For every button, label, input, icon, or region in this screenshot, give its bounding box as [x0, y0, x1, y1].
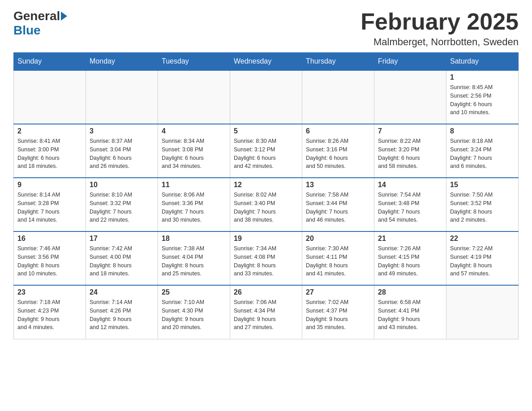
calendar-cell: [302, 70, 374, 124]
day-number: 20: [306, 235, 370, 243]
weekday-header-monday: Monday: [86, 53, 158, 71]
week-row-1: 1Sunrise: 8:45 AM Sunset: 2:56 PM Daylig…: [14, 70, 519, 124]
calendar-cell: [86, 70, 158, 124]
day-info: Sunrise: 7:38 AM Sunset: 4:04 PM Dayligh…: [162, 244, 226, 278]
calendar-cell: 16Sunrise: 7:46 AM Sunset: 3:56 PM Dayli…: [14, 231, 86, 285]
weekday-header-thursday: Thursday: [302, 53, 374, 71]
day-number: 23: [17, 288, 82, 296]
calendar-cell: 24Sunrise: 7:14 AM Sunset: 4:26 PM Dayli…: [86, 285, 158, 339]
week-row-3: 9Sunrise: 8:14 AM Sunset: 3:28 PM Daylig…: [14, 178, 519, 231]
day-number: 27: [306, 288, 370, 296]
day-info: Sunrise: 8:34 AM Sunset: 3:08 PM Dayligh…: [162, 137, 226, 171]
calendar-cell: 18Sunrise: 7:38 AM Sunset: 4:04 PM Dayli…: [158, 231, 230, 285]
day-number: 19: [234, 235, 298, 243]
day-number: 10: [90, 181, 154, 189]
day-info: Sunrise: 8:37 AM Sunset: 3:04 PM Dayligh…: [90, 137, 154, 171]
calendar-cell: 26Sunrise: 7:06 AM Sunset: 4:34 PM Dayli…: [230, 285, 302, 339]
logo-general-text: General: [13, 9, 60, 23]
day-number: 28: [378, 288, 442, 296]
day-info: Sunrise: 7:50 AM Sunset: 3:52 PM Dayligh…: [450, 191, 515, 224]
calendar-cell: 4Sunrise: 8:34 AM Sunset: 3:08 PM Daylig…: [158, 124, 230, 178]
day-number: 24: [90, 288, 154, 296]
day-info: Sunrise: 7:14 AM Sunset: 4:26 PM Dayligh…: [90, 298, 154, 332]
weekday-header-wednesday: Wednesday: [230, 53, 302, 71]
day-info: Sunrise: 7:26 AM Sunset: 4:15 PM Dayligh…: [378, 244, 442, 278]
calendar-cell: 23Sunrise: 7:18 AM Sunset: 4:23 PM Dayli…: [14, 285, 86, 339]
day-number: 7: [378, 127, 442, 135]
day-info: Sunrise: 7:58 AM Sunset: 3:44 PM Dayligh…: [306, 191, 370, 224]
day-number: 21: [378, 235, 442, 243]
day-info: Sunrise: 8:02 AM Sunset: 3:40 PM Dayligh…: [234, 191, 298, 224]
calendar-cell: 5Sunrise: 8:30 AM Sunset: 3:12 PM Daylig…: [230, 124, 302, 178]
day-number: 2: [17, 127, 82, 135]
calendar-cell: [374, 70, 446, 124]
calendar-cell: 13Sunrise: 7:58 AM Sunset: 3:44 PM Dayli…: [302, 178, 374, 231]
day-info: Sunrise: 8:18 AM Sunset: 3:24 PM Dayligh…: [450, 137, 515, 171]
day-info: Sunrise: 7:30 AM Sunset: 4:11 PM Dayligh…: [306, 244, 370, 278]
day-info: Sunrise: 8:41 AM Sunset: 3:00 PM Dayligh…: [17, 137, 82, 171]
page-header: General Blue February 2025 Malmberget, N…: [13, 9, 519, 48]
calendar-cell: 8Sunrise: 8:18 AM Sunset: 3:24 PM Daylig…: [446, 124, 519, 178]
day-info: Sunrise: 7:34 AM Sunset: 4:08 PM Dayligh…: [234, 244, 298, 278]
weekday-header-friday: Friday: [374, 53, 446, 71]
calendar-cell: 25Sunrise: 7:10 AM Sunset: 4:30 PM Dayli…: [158, 285, 230, 339]
day-number: 13: [306, 181, 370, 189]
weekday-header-tuesday: Tuesday: [158, 53, 230, 71]
calendar-cell: 17Sunrise: 7:42 AM Sunset: 4:00 PM Dayli…: [86, 231, 158, 285]
calendar-cell: 14Sunrise: 7:54 AM Sunset: 3:48 PM Dayli…: [374, 178, 446, 231]
month-title: February 2025: [360, 9, 519, 34]
day-number: 12: [234, 181, 298, 189]
logo-blue-text: Blue: [13, 23, 41, 37]
calendar-cell: 11Sunrise: 8:06 AM Sunset: 3:36 PM Dayli…: [158, 178, 230, 231]
day-info: Sunrise: 7:06 AM Sunset: 4:34 PM Dayligh…: [234, 298, 298, 332]
calendar-cell: 12Sunrise: 8:02 AM Sunset: 3:40 PM Dayli…: [230, 178, 302, 231]
day-number: 22: [450, 235, 515, 243]
week-row-5: 23Sunrise: 7:18 AM Sunset: 4:23 PM Dayli…: [14, 285, 519, 339]
location-subtitle: Malmberget, Norrbotten, Sweden: [360, 36, 519, 48]
day-number: 9: [17, 181, 82, 189]
day-info: Sunrise: 8:06 AM Sunset: 3:36 PM Dayligh…: [162, 191, 226, 224]
title-area: February 2025 Malmberget, Norrbotten, Sw…: [360, 9, 519, 48]
calendar-cell: 19Sunrise: 7:34 AM Sunset: 4:08 PM Dayli…: [230, 231, 302, 285]
logo: General Blue: [13, 9, 68, 38]
day-info: Sunrise: 7:02 AM Sunset: 4:37 PM Dayligh…: [306, 298, 370, 332]
calendar-cell: 9Sunrise: 8:14 AM Sunset: 3:28 PM Daylig…: [14, 178, 86, 231]
calendar-cell: 7Sunrise: 8:22 AM Sunset: 3:20 PM Daylig…: [374, 124, 446, 178]
calendar-cell: 1Sunrise: 8:45 AM Sunset: 2:56 PM Daylig…: [446, 70, 519, 124]
logo-arrow-icon: [61, 12, 67, 21]
calendar-table: SundayMondayTuesdayWednesdayThursdayFrid…: [13, 52, 519, 339]
calendar-cell: 6Sunrise: 8:26 AM Sunset: 3:16 PM Daylig…: [302, 124, 374, 178]
day-info: Sunrise: 8:14 AM Sunset: 3:28 PM Dayligh…: [17, 191, 82, 224]
calendar-cell: 10Sunrise: 8:10 AM Sunset: 3:32 PM Dayli…: [86, 178, 158, 231]
day-number: 3: [90, 127, 154, 135]
day-info: Sunrise: 7:10 AM Sunset: 4:30 PM Dayligh…: [162, 298, 226, 332]
day-number: 26: [234, 288, 298, 296]
calendar-cell: [230, 70, 302, 124]
day-info: Sunrise: 7:18 AM Sunset: 4:23 PM Dayligh…: [17, 298, 82, 332]
weekday-header-sunday: Sunday: [14, 53, 86, 71]
day-info: Sunrise: 7:46 AM Sunset: 3:56 PM Dayligh…: [17, 244, 82, 278]
day-number: 25: [162, 288, 226, 296]
calendar-cell: 3Sunrise: 8:37 AM Sunset: 3:04 PM Daylig…: [86, 124, 158, 178]
day-number: 17: [90, 235, 154, 243]
calendar-cell: 28Sunrise: 6:58 AM Sunset: 4:41 PM Dayli…: [374, 285, 446, 339]
day-info: Sunrise: 6:58 AM Sunset: 4:41 PM Dayligh…: [378, 298, 442, 332]
day-info: Sunrise: 8:45 AM Sunset: 2:56 PM Dayligh…: [450, 83, 515, 117]
day-info: Sunrise: 8:22 AM Sunset: 3:20 PM Dayligh…: [378, 137, 442, 171]
week-row-4: 16Sunrise: 7:46 AM Sunset: 3:56 PM Dayli…: [14, 231, 519, 285]
calendar-cell: 27Sunrise: 7:02 AM Sunset: 4:37 PM Dayli…: [302, 285, 374, 339]
calendar-cell: 21Sunrise: 7:26 AM Sunset: 4:15 PM Dayli…: [374, 231, 446, 285]
day-number: 4: [162, 127, 226, 135]
calendar-cell: [14, 70, 86, 124]
day-info: Sunrise: 8:10 AM Sunset: 3:32 PM Dayligh…: [90, 191, 154, 224]
calendar-cell: 2Sunrise: 8:41 AM Sunset: 3:00 PM Daylig…: [14, 124, 86, 178]
day-number: 11: [162, 181, 226, 189]
day-info: Sunrise: 7:42 AM Sunset: 4:00 PM Dayligh…: [90, 244, 154, 278]
calendar-cell: [446, 285, 519, 339]
day-number: 5: [234, 127, 298, 135]
day-number: 6: [306, 127, 370, 135]
day-info: Sunrise: 8:26 AM Sunset: 3:16 PM Dayligh…: [306, 137, 370, 171]
calendar-cell: [158, 70, 230, 124]
day-number: 8: [450, 127, 515, 135]
day-number: 14: [378, 181, 442, 189]
